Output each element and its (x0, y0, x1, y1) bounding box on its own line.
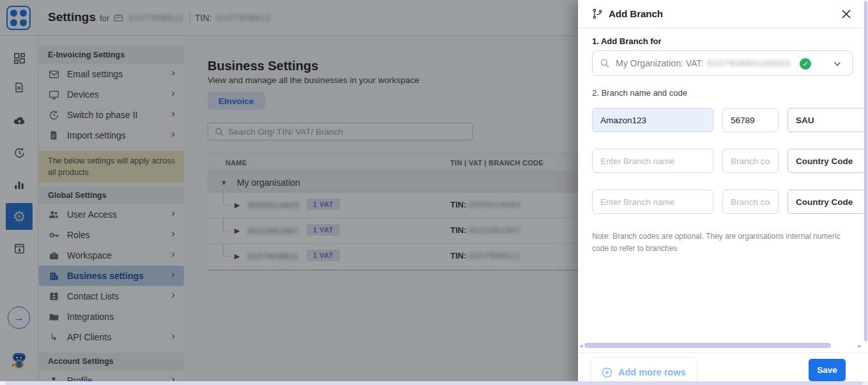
drawer-horizontal-scrollbar[interactable]: ◀ ▶ (582, 343, 860, 349)
drawer-header: Add Branch (578, 0, 868, 28)
add-more-rows-label: Add more rows (618, 367, 686, 377)
scroll-left-cap[interactable] (0, 381, 6, 385)
country-code-input[interactable] (788, 149, 868, 173)
drawer-footer: Add more rows Save (578, 352, 868, 385)
branch-code-input[interactable] (722, 190, 779, 214)
scrollbar-thumb[interactable] (864, 1, 867, 341)
scroll-right-cap[interactable] (862, 381, 868, 385)
branch-row (592, 149, 868, 173)
selected-org-vat: 310790660100003 (706, 58, 791, 68)
save-button[interactable]: Save (809, 359, 846, 381)
check-circle-icon: ✓ (800, 58, 811, 70)
branch-row (592, 190, 868, 214)
organization-select[interactable]: My Organization: VAT: 310790660100003 ✓ (592, 50, 853, 76)
branch-row (592, 108, 868, 132)
branch-rows (592, 108, 868, 214)
modal-backdrop (0, 0, 578, 381)
country-code-input[interactable] (788, 108, 868, 132)
branch-code-input[interactable] (722, 149, 779, 173)
search-icon (600, 58, 610, 68)
branch-code-note: Note: Branch codes are optional. They ar… (592, 230, 849, 254)
scroll-left-arrow[interactable]: ◀ (579, 343, 582, 349)
branch-code-input[interactable] (722, 108, 779, 132)
add-branch-drawer: Add Branch 1. Add Branch for My Organiza… (578, 0, 868, 385)
page-horizontal-scrollbar[interactable] (0, 381, 868, 385)
app-root: { "colors": { "accent": "#1a73e8", "acti… (0, 0, 868, 385)
branch-name-input[interactable] (592, 108, 713, 132)
branch-icon (592, 8, 603, 22)
plus-circle-icon (602, 367, 613, 378)
country-code-input[interactable] (788, 190, 868, 214)
chevron-down-icon (833, 59, 842, 71)
step2-label: 2. Branch name and code (592, 88, 868, 98)
step1-label: 1. Add Branch for (592, 36, 868, 46)
close-icon[interactable] (840, 8, 853, 20)
scroll-right-arrow[interactable]: ▶ (858, 343, 862, 349)
drawer-title: Add Branch (609, 8, 663, 19)
drawer-vertical-scrollbar[interactable] (864, 0, 868, 343)
branch-name-input[interactable] (592, 190, 713, 214)
scrollbar-thumb[interactable] (584, 343, 831, 348)
branch-name-input[interactable] (592, 149, 713, 173)
drawer-body: 1. Add Branch for My Organization: VAT: … (578, 28, 868, 254)
selected-org-text: My Organization: VAT: (616, 58, 703, 68)
